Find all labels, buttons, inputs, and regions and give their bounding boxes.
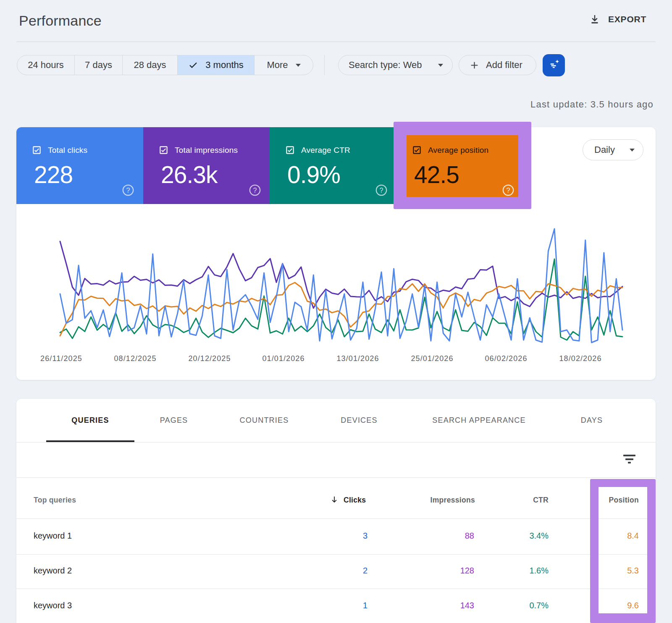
svg-text:?: ?	[126, 186, 130, 194]
svg-text:?: ?	[253, 186, 257, 194]
svg-text:?: ?	[380, 186, 383, 194]
